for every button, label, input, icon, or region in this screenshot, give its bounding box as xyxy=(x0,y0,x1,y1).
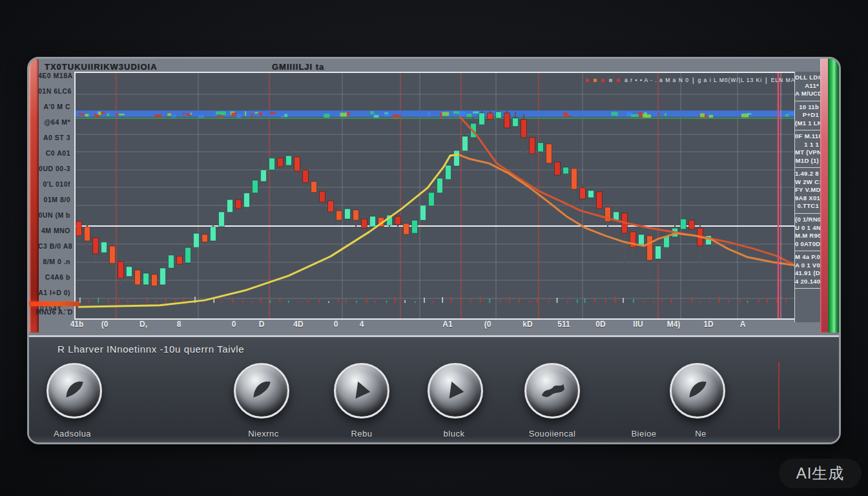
y-axis-label: 4M MNO xyxy=(38,227,73,234)
control-subtitle: R Lharver INnoetinnx -10u querrn Taivle xyxy=(57,344,244,355)
y-axis-label: 0UN (M b xyxy=(38,211,73,219)
swoosh-icon xyxy=(247,376,276,406)
right-axis-group: 1.49.2 8 8W 2W C1bFY V.MD9A8 X01D0.TTC1 xyxy=(795,168,821,214)
right-axis-label: (M1 1 LN) xyxy=(795,119,819,128)
chart-title-row: TX0TUKUIIRIKW3UDIOIA GMIIIILJI ta xyxy=(45,62,158,72)
legend-text: a r ▪ ▪ A - . a M a N 0 xyxy=(625,77,689,83)
right-axis-label: 0.TTC1 xyxy=(795,202,819,211)
chart-title-left: TX0TUKUIIRIKW3UDIOIA xyxy=(45,62,158,72)
knob-button-swoosh[interactable] xyxy=(46,363,102,418)
y-axis-label: 01N 6LC6 xyxy=(38,87,73,95)
ai-watermark-badge: AI生成 xyxy=(779,459,862,488)
right-axis-label: FY V.MD xyxy=(795,186,819,194)
right-axis-label: (0 1/RN0 xyxy=(795,216,819,224)
x-axis-label: kD xyxy=(522,320,532,329)
legend-marker-icon xyxy=(617,79,620,82)
x-axis-label: M4) xyxy=(667,320,681,329)
play-icon xyxy=(440,376,470,406)
right-axis-group: 10 11bP+D1(M1 1 LN) xyxy=(795,101,821,131)
knob-button-play[interactable] xyxy=(428,363,483,418)
chart-section: TX0TUKUIIRIKW3UDIOIA GMIIIILJI ta 4E0 M1… xyxy=(29,59,839,335)
candlestick-chart[interactable] xyxy=(74,72,797,320)
knob-label: Aadsolua xyxy=(54,429,91,439)
right-axis-label: 10 11b xyxy=(795,103,819,112)
x-axis-label: 0 xyxy=(232,320,236,329)
x-axis-label: (0 xyxy=(484,320,491,329)
wave-icon xyxy=(537,376,567,406)
legend-marker-icon xyxy=(594,79,597,82)
right-axis-label: 9A8 X01D xyxy=(795,194,819,203)
right-axis-label: A M/UCD xyxy=(795,90,819,98)
x-axis-labels: 41b(0D,80D4D04A1(0kD5110DIIUM4)1DA xyxy=(74,318,794,331)
x-axis-label: IIU xyxy=(633,320,643,329)
y-axis-label: 01M 8/0 xyxy=(38,196,73,203)
right-axis-label: 4 20.1403 xyxy=(795,278,819,286)
right-axis-label: 0F M.110 xyxy=(795,132,819,141)
knob-label: Ne xyxy=(695,429,707,439)
y-axis-label: 0'L 010f xyxy=(38,180,73,188)
right-axis-label: M 4a P.0w xyxy=(795,253,819,262)
chart-title-right: GMIIIILJI ta xyxy=(272,62,324,72)
right-axis-label: 1 1 1 xyxy=(795,141,819,149)
control-red-marker-line xyxy=(778,362,780,429)
x-axis-label: 4D xyxy=(293,320,303,329)
y-axis-label: C4A6 b xyxy=(38,273,73,281)
y-axis-label: @64 M* xyxy=(38,118,73,126)
play-icon xyxy=(347,376,377,406)
right-axis-group: 0F M.1101 1 1MT (VPN)M1D (1) xyxy=(795,130,821,168)
right-axis-label: MT (VPN) xyxy=(795,149,819,157)
right-axis-label: P+D1 xyxy=(795,111,819,119)
knob-label: Rebu xyxy=(351,429,372,439)
control-section: R Lharver INnoetinnx -10u querrn Taivle … xyxy=(29,335,839,444)
knob-label: Niexrnc xyxy=(248,429,279,439)
x-axis-label: 0D xyxy=(595,320,605,329)
right-axis-label: A11* xyxy=(795,82,819,90)
right-axis-label: A 0 1 V0 xyxy=(795,262,819,270)
right-axis-group: (0 1/RN0U 0 1 4N3M.M R9000 0AT0D xyxy=(795,214,821,251)
ai-watermark-text: AI生成 xyxy=(796,463,845,484)
right-pink-bezel-strip xyxy=(820,59,828,333)
trading-terminal-panel: TX0TUKUIIRIKW3UDIOIA GMIIIILJI ta 4E0 M1… xyxy=(27,57,841,444)
right-axis-label: W 2W C1b xyxy=(795,178,819,187)
left-red-bezel-strip xyxy=(29,59,39,333)
swoosh-icon xyxy=(59,376,89,406)
legend-separator: | xyxy=(765,77,768,84)
right-axis-label: 0 0AT0D xyxy=(795,240,819,249)
y-axis-label: A0 ST 3 xyxy=(38,134,73,141)
x-axis-label: 511 xyxy=(557,320,570,329)
x-axis-label: A xyxy=(740,320,746,329)
x-axis-label: D, xyxy=(140,320,147,329)
y-axis-label: C3 B/0 A8 xyxy=(38,242,73,250)
knob-button-play[interactable] xyxy=(334,363,389,418)
knob-button-wave[interactable] xyxy=(524,363,580,418)
x-axis-label: A1 xyxy=(442,320,452,329)
x-axis-label: 1D xyxy=(703,320,713,329)
x-axis-label: 8 xyxy=(177,320,181,329)
legend-marker-icon xyxy=(601,79,604,82)
y-axis-label: A'0 M C xyxy=(38,103,73,110)
knob-label: Bieioe xyxy=(631,429,656,439)
right-axis-group: M 4a P.0wA 0 1 V041.91 (D04 20.1403 xyxy=(795,251,821,289)
y-axis-label: 4E0 M18A xyxy=(38,72,73,79)
knob-label: Souoiiencal xyxy=(529,429,576,439)
knob-button-swoosh[interactable] xyxy=(670,363,725,418)
x-axis-label: (0 xyxy=(101,320,108,329)
x-axis-label: 0 xyxy=(334,320,338,329)
right-green-bezel-strip xyxy=(828,59,839,333)
bottom-left-axis-label: MNU6 A. D xyxy=(36,308,73,316)
knob-label: bluck xyxy=(444,429,465,439)
legend-marker-icon xyxy=(609,79,612,82)
legend-text: g a i L M0(W/|L 13 Ki xyxy=(698,77,763,83)
right-axis-label: U 0 1 4N3 xyxy=(795,224,819,232)
right-axis-label: 41.91 (D0 xyxy=(795,269,819,278)
knob-button-swoosh[interactable] xyxy=(234,363,289,418)
y-axis-right-panel: DLL LD#A11*A M/UCD10 11bP+D1(M1 1 LN)0F … xyxy=(794,72,821,322)
y-axis-label: C0 A01 xyxy=(38,149,73,157)
y-axis-label: 8/M 0 .n xyxy=(38,258,73,265)
x-axis-label: 4 xyxy=(360,320,364,329)
right-axis-group: DLL LD#A11*A M/UCD xyxy=(795,72,821,101)
legend-separator: | xyxy=(692,77,695,84)
right-axis-label: DLL LD# xyxy=(795,74,819,82)
y-axis-label: 0UD 00-3 xyxy=(38,165,73,172)
right-axis-label: M1D (1) xyxy=(795,157,819,165)
